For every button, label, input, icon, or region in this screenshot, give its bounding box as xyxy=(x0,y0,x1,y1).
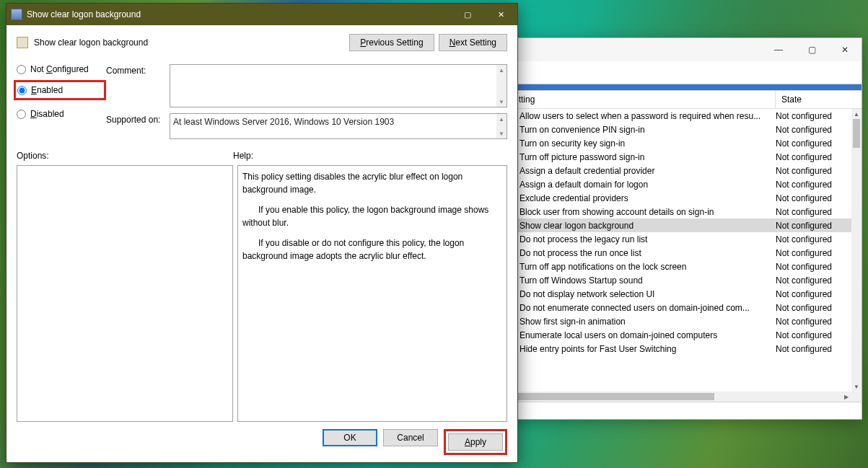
table-row[interactable]: ⋮⋮Do not process the run once listNot co… xyxy=(502,246,851,260)
radio-enabled-input[interactable] xyxy=(17,86,27,95)
setting-cell: Turn on security key sign-in xyxy=(520,138,776,149)
gpo-toolbar xyxy=(502,61,862,84)
policy-setting-icon xyxy=(17,37,28,48)
supported-textarea: At least Windows Server 2016, Windows 10… xyxy=(170,113,507,139)
state-cell: Not configured xyxy=(776,344,846,354)
radio-enabled-label: Enabled xyxy=(31,85,63,95)
table-row[interactable]: ⋮⋮Allow users to select when a password … xyxy=(502,109,851,123)
chevron-up-icon[interactable]: ▲ xyxy=(851,109,862,119)
state-cell: Not configured xyxy=(776,234,846,244)
textarea-scrollbar[interactable]: ▲▼ xyxy=(496,114,507,138)
horizontal-scrollbar[interactable]: ◀ ▶ xyxy=(502,392,862,402)
setting-cell: Do not process the run once list xyxy=(520,248,776,258)
policy-icon xyxy=(11,9,22,20)
radio-not-configured-input[interactable] xyxy=(17,65,26,74)
state-cell: Not configured xyxy=(776,248,846,258)
maximize-button[interactable]: ▢ xyxy=(795,38,828,61)
setting-cell: Turn off picture password sign-in xyxy=(520,152,776,162)
table-row[interactable]: ⋮⋮Assign a default credential providerNo… xyxy=(502,164,851,177)
dialog-titlebar[interactable]: Show clear logon background ▢ ✕ xyxy=(6,4,517,25)
table-row[interactable]: ⋮⋮Hide entry points for Fast User Switch… xyxy=(502,342,851,356)
scroll-thumb[interactable] xyxy=(853,119,860,148)
gpo-titlebar[interactable]: — ▢ ✕ xyxy=(502,38,862,61)
setting-cell: Allow users to select when a password is… xyxy=(520,111,776,121)
comment-textarea[interactable]: ▲▼ xyxy=(170,64,507,107)
state-cell: Not configured xyxy=(776,303,846,313)
setting-cell: Assign a default credential provider xyxy=(520,166,776,176)
table-row[interactable]: ⋮⋮Enumerate local users on domain-joined… xyxy=(502,328,851,342)
close-button[interactable]: ✕ xyxy=(828,38,862,61)
table-row[interactable]: ⋮⋮Show clear logon backgroundNot configu… xyxy=(502,218,851,232)
table-row[interactable]: ⋮⋮Assign a default domain for logonNot c… xyxy=(502,177,851,191)
help-paragraph-1: This policy setting disables the acrylic… xyxy=(242,170,502,196)
table-row[interactable]: ⋮⋮Show first sign-in animationNot config… xyxy=(502,314,851,328)
setting-cell: Turn on convenience PIN sign-in xyxy=(520,125,776,135)
state-cell: Not configured xyxy=(776,193,846,203)
state-cell: Not configured xyxy=(776,207,846,217)
apply-button[interactable]: Apply xyxy=(448,433,503,451)
gpo-column-header[interactable]: Setting State xyxy=(502,91,862,109)
state-cell: Not configured xyxy=(776,138,846,149)
setting-cell: Do not enumerate connected users on doma… xyxy=(520,303,776,313)
radio-disabled-label: Disabled xyxy=(30,109,64,119)
apply-highlight: Apply xyxy=(444,429,507,455)
help-paragraph-2: If you enable this policy, the logon bac… xyxy=(242,203,502,229)
setting-cell: Turn off Windows Startup sound xyxy=(520,275,776,286)
setting-cell: Show clear logon background xyxy=(520,221,776,231)
supported-label: Supported on: xyxy=(106,113,170,139)
table-row[interactable]: ⋮⋮Do not enumerate connected users on do… xyxy=(502,301,851,314)
radio-disabled[interactable]: Disabled xyxy=(17,109,106,119)
radio-disabled-input[interactable] xyxy=(17,110,26,119)
textarea-scrollbar[interactable]: ▲▼ xyxy=(496,65,507,107)
radio-enabled[interactable]: Enabled xyxy=(14,80,106,100)
gpo-tabs xyxy=(502,402,862,419)
previous-setting-button[interactable]: Previous Setting xyxy=(349,34,434,51)
maximize-button[interactable]: ▢ xyxy=(451,4,484,25)
table-row[interactable]: ⋮⋮Exclude credential providersNot config… xyxy=(502,191,851,205)
table-row[interactable]: ⋮⋮Turn off Windows Startup soundNot conf… xyxy=(502,273,851,287)
setting-cell: Do not display network selection UI xyxy=(520,289,776,299)
chevron-down-icon[interactable]: ▼ xyxy=(851,381,862,392)
options-label: Options: xyxy=(17,151,233,161)
table-row[interactable]: ⋮⋮Turn on security key sign-inNot config… xyxy=(502,136,851,150)
radio-not-configured[interactable]: Not Configured xyxy=(17,64,106,74)
options-pane xyxy=(17,165,233,422)
help-label: Help: xyxy=(233,151,253,161)
ok-button[interactable]: OK xyxy=(323,429,377,446)
minimize-button[interactable]: — xyxy=(762,38,795,61)
comment-label: Comment: xyxy=(106,64,170,107)
table-row[interactable]: ⋮⋮Do not display network selection UINot… xyxy=(502,287,851,301)
dialog-title: Show clear logon background xyxy=(27,9,451,19)
table-row[interactable]: ⋮⋮Block user from showing account detail… xyxy=(502,205,851,218)
gpo-tree-selection-strip xyxy=(502,84,862,90)
state-cell: Not configured xyxy=(776,166,846,176)
table-row[interactable]: ⋮⋮Turn off app notifications on the lock… xyxy=(502,260,851,273)
dialog-header-label: Show clear logon background xyxy=(34,37,345,48)
setting-cell: Show first sign-in animation xyxy=(520,317,776,327)
help-paragraph-3: If you disable or do not configure this … xyxy=(242,237,502,262)
table-row[interactable]: ⋮⋮Do not process the legacy run listNot … xyxy=(502,232,851,246)
state-cell: Not configured xyxy=(776,180,846,190)
chevron-right-icon[interactable]: ▶ xyxy=(841,392,851,402)
setting-cell: Do not process the legacy run list xyxy=(520,234,776,244)
scroll-thumb[interactable] xyxy=(512,393,714,400)
next-setting-button[interactable]: Next Setting xyxy=(439,34,507,51)
setting-cell: Assign a default domain for logon xyxy=(520,180,776,190)
state-cell: Not configured xyxy=(776,289,846,299)
state-cell: Not configured xyxy=(776,262,846,272)
cancel-button[interactable]: Cancel xyxy=(383,429,438,446)
vertical-scrollbar[interactable]: ▲ ▼ xyxy=(851,109,862,392)
column-setting[interactable]: Setting xyxy=(502,91,776,108)
tab-standard[interactable] xyxy=(530,404,551,418)
state-cell: Not configured xyxy=(776,275,846,286)
state-cell: Not configured xyxy=(776,221,846,231)
gpo-rows: ⋮⋮Allow users to select when a password … xyxy=(502,109,862,402)
setting-cell: Block user from showing account details … xyxy=(520,207,776,217)
table-row[interactable]: ⋮⋮Turn on convenience PIN sign-inNot con… xyxy=(502,123,851,136)
setting-cell: Hide entry points for Fast User Switchin… xyxy=(520,344,776,354)
close-button[interactable]: ✕ xyxy=(484,4,517,25)
table-row[interactable]: ⋮⋮Turn off picture password sign-inNot c… xyxy=(502,150,851,164)
setting-cell: Turn off app notifications on the lock s… xyxy=(520,262,776,272)
state-cell: Not configured xyxy=(776,317,846,327)
column-state[interactable]: State xyxy=(776,91,851,108)
